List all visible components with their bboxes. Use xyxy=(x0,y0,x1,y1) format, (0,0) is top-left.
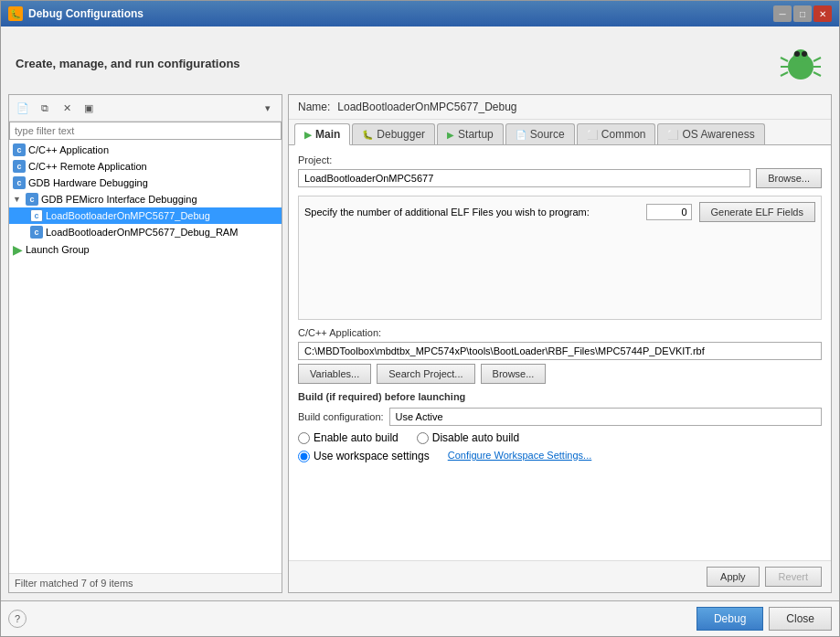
variables-button[interactable]: Variables... xyxy=(298,364,371,384)
tree-item-gdb-pe[interactable]: ▼ c GDB PEMicro Interface Debugging xyxy=(9,191,282,207)
help-button[interactable]: ? xyxy=(8,610,27,628)
footer-right: Debug Close xyxy=(696,607,832,631)
enable-auto-build-label: Enable auto build xyxy=(314,431,399,444)
close-title-button[interactable]: ✕ xyxy=(813,5,832,22)
svg-line-9 xyxy=(813,72,821,76)
app-section: C/C++ Application: Variables... Search P… xyxy=(298,327,822,384)
tab-main-content: Project: Browse... Specify the number of… xyxy=(289,145,831,560)
svg-point-2 xyxy=(794,51,800,57)
tab-main[interactable]: ▶ Main xyxy=(294,123,350,145)
use-workspace-label: Use workspace settings xyxy=(314,450,430,462)
common-tab-icon: ⬜ xyxy=(587,130,598,140)
tree-item-load-debug[interactable]: c LoadBootloaderOnMPC5677_Debug xyxy=(9,207,282,224)
elf-section: Specify the number of additional ELF Fil… xyxy=(298,196,822,320)
c-icon: c xyxy=(30,209,43,222)
tree-item-load-debug-ram[interactable]: c LoadBootloaderOnMPC5677_Debug_RAM xyxy=(9,224,282,240)
footer: ? Debug Close xyxy=(1,600,839,636)
svg-line-4 xyxy=(781,58,788,61)
app-path-input[interactable] xyxy=(298,342,822,360)
tree-item-gdb-hw[interactable]: c GDB Hardware Debugging xyxy=(9,175,282,191)
startup-tab-icon: ▶ xyxy=(447,130,454,140)
elf-label: Specify the number of additional ELF Fil… xyxy=(304,207,639,218)
elf-count-input[interactable] xyxy=(646,204,692,220)
tree-item-label: LoadBootloaderOnMPC5677_Debug_RAM xyxy=(46,227,238,238)
project-browse-button[interactable]: Browse... xyxy=(756,168,822,188)
elf-header: Specify the number of additional ELF Fil… xyxy=(304,202,815,222)
main-content: Create, manage, and run configurations xyxy=(1,27,839,600)
c-icon: c xyxy=(13,176,26,189)
footer-left: ? xyxy=(8,610,27,628)
disable-auto-build-input[interactable] xyxy=(417,432,429,444)
maximize-button[interactable]: □ xyxy=(793,5,812,22)
apply-button[interactable]: Apply xyxy=(707,567,760,587)
window-title: Debug Configurations xyxy=(28,7,144,20)
tree-item-launch-group[interactable]: ▶ Launch Group xyxy=(9,240,282,259)
debugger-tab-icon: 🐛 xyxy=(362,130,373,140)
build-section: Build (if required) before launching Bui… xyxy=(298,391,822,462)
revert-button[interactable]: Revert xyxy=(765,567,822,587)
generate-elf-button[interactable]: Generate ELF Fields xyxy=(699,202,816,222)
startup-tab-label: Startup xyxy=(458,128,494,141)
project-row: Browse... xyxy=(298,168,822,188)
build-config-label: Build configuration: xyxy=(298,411,384,422)
disable-auto-build-label: Disable auto build xyxy=(432,431,519,444)
delete-button[interactable]: ✕ xyxy=(57,98,77,118)
tab-common[interactable]: ⬜ Common xyxy=(577,123,656,144)
tree-item-cpp-app[interactable]: c C/C++ Application xyxy=(9,142,282,158)
tree-item-label: C/C++ Remote Application xyxy=(28,161,147,172)
close-button[interactable]: Close xyxy=(769,607,832,631)
search-project-button[interactable]: Search Project... xyxy=(377,364,474,384)
tab-debugger[interactable]: 🐛 Debugger xyxy=(352,123,435,144)
build-config-select[interactable]: Use Active Debug Release xyxy=(389,408,822,426)
svg-point-3 xyxy=(802,51,807,57)
svg-line-6 xyxy=(781,72,788,76)
tree-item-cpp-remote[interactable]: c C/C++ Remote Application xyxy=(9,158,282,175)
collapse-button[interactable]: ▾ xyxy=(258,98,278,118)
config-tree: c C/C++ Application c C/C++ Remote Appli… xyxy=(9,140,282,573)
right-panel: Name: LoadBootloaderOnMPC5677_Debug ▶ Ma… xyxy=(288,94,832,593)
minimize-button[interactable]: ─ xyxy=(773,5,792,22)
build-config-row: Build configuration: Use Active Debug Re… xyxy=(298,408,822,426)
panels: 📄 ⧉ ✕ ▣ ▾ c C/C++ Application c C/C++ Re xyxy=(8,94,832,593)
left-panel: 📄 ⧉ ✕ ▣ ▾ c C/C++ Application c C/C++ Re xyxy=(8,94,282,593)
bottom-buttons: Apply Revert xyxy=(707,567,822,587)
project-label: Project: xyxy=(298,154,822,165)
debugger-tab-label: Debugger xyxy=(377,128,425,141)
tab-os-awareness[interactable]: ⬜ OS Awareness xyxy=(657,123,764,144)
configure-workspace-link[interactable]: Configure Workspace Settings... xyxy=(448,450,592,462)
use-workspace-input[interactable] xyxy=(298,451,310,462)
enable-auto-build-input[interactable] xyxy=(298,432,310,444)
duplicate-button[interactable]: ⧉ xyxy=(35,98,55,118)
tree-item-label: LoadBootloaderOnMPC5677_Debug xyxy=(46,210,210,221)
project-field: Project: Browse... xyxy=(298,154,822,188)
title-bar-left: 🐛 Debug Configurations xyxy=(8,6,144,21)
bottom-bar: Apply Revert xyxy=(289,560,831,592)
debug-configurations-window: 🐛 Debug Configurations ─ □ ✕ Create, man… xyxy=(0,0,840,637)
name-row: Name: LoadBootloaderOnMPC5677_Debug xyxy=(289,95,831,120)
expand-arrow: ▼ xyxy=(13,195,21,204)
page-title: Create, manage, and run configurations xyxy=(16,53,240,74)
new-config-button[interactable]: 📄 xyxy=(13,98,33,118)
filter-button[interactable]: ▣ xyxy=(79,98,99,118)
source-tab-icon: 📄 xyxy=(516,130,526,140)
tree-item-label: GDB Hardware Debugging xyxy=(28,177,148,188)
tree-item-label: Launch Group xyxy=(26,244,90,255)
tree-item-label: GDB PEMicro Interface Debugging xyxy=(41,194,197,205)
debug-button[interactable]: Debug xyxy=(696,607,763,631)
app-browse-button[interactable]: Browse... xyxy=(481,364,547,384)
source-tab-label: Source xyxy=(530,128,565,141)
filter-status: Filter matched 7 of 9 items xyxy=(9,573,282,592)
config-name-value: LoadBootloaderOnMPC5677_Debug xyxy=(337,101,516,113)
os-tab-icon: ⬜ xyxy=(667,130,678,140)
project-input[interactable] xyxy=(298,169,750,187)
c-icon: c xyxy=(26,193,38,206)
os-tab-label: OS Awareness xyxy=(682,128,754,141)
title-bar-controls: ─ □ ✕ xyxy=(773,5,832,22)
tab-source[interactable]: 📄 Source xyxy=(505,123,575,144)
tab-startup[interactable]: ▶ Startup xyxy=(437,123,504,144)
app-buttons: Variables... Search Project... Browse... xyxy=(298,364,822,384)
svg-line-7 xyxy=(813,58,821,61)
filter-input[interactable] xyxy=(9,122,282,140)
window-icon: 🐛 xyxy=(8,6,23,21)
title-bar: 🐛 Debug Configurations ─ □ ✕ xyxy=(1,1,839,27)
